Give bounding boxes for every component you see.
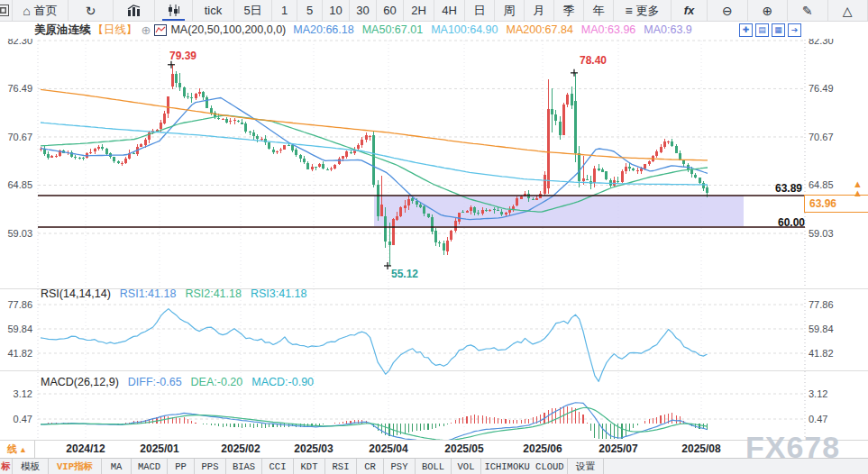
interval-week-button-label: 周 xyxy=(504,3,516,19)
candlestick-button[interactable] xyxy=(155,0,193,21)
y-axis-label: 59.84 xyxy=(0,324,32,335)
tab-设置[interactable]: 设置 xyxy=(568,459,604,474)
add-indicator-icon[interactable]: ⊕ xyxy=(142,23,151,37)
y-axis-label: 41.82 xyxy=(0,348,32,360)
y-axis-label: 76.49 xyxy=(0,83,32,95)
legend-value: RSI2:41.18 xyxy=(185,287,242,300)
up-triangle-icon: ▲ xyxy=(19,445,27,454)
symbol-name: 美原油连续 xyxy=(34,23,91,38)
interval-week-button[interactable]: 周 xyxy=(495,0,525,21)
shapes-button[interactable]: △ xyxy=(828,0,868,21)
toolbar: ⌂首页↻tick5日151030602H4H日周月季年≡更多fx⊖⊕✎△ xyxy=(0,0,868,22)
interval-month-button[interactable]: 月 xyxy=(525,0,554,21)
pencil-icon: ✎ xyxy=(802,5,813,17)
interval-day-button-label: 日 xyxy=(474,3,486,19)
ma-values: MA20:66.18MA50:67.01MA100:64.90MA200:67.… xyxy=(293,23,700,36)
legend-value: MA0:63.9 xyxy=(644,23,692,36)
interval-4h-button-label: 4H xyxy=(442,4,457,17)
tab-macd[interactable]: MACD xyxy=(132,459,168,474)
x-axis-label: 2025/04 xyxy=(369,442,407,455)
tab-模板[interactable]: 模板 xyxy=(13,459,49,474)
y-axis-label: 0.47 xyxy=(0,414,32,425)
x-axis-label: 2025/03 xyxy=(294,442,333,455)
interval-tick-button[interactable]: tick xyxy=(193,0,234,21)
legend-value: RSI3:41.18 xyxy=(251,287,307,300)
zoom-in-button[interactable]: ⊕ xyxy=(748,0,789,21)
tab-boll[interactable]: BOLL xyxy=(416,459,452,474)
legend-value: DEA:-0.20 xyxy=(191,376,243,388)
y-axis-label: 64.85 xyxy=(809,179,834,191)
legend-corner-icons: ✚▤▦➔ xyxy=(739,23,801,37)
y-axis-label: 70.67 xyxy=(0,132,32,143)
indicator-window-icon[interactable]: ▤ xyxy=(755,23,769,37)
interval-30min-button-label: 30 xyxy=(356,4,369,17)
y-axis-label: 77.86 xyxy=(0,299,32,311)
line-chart-button[interactable] xyxy=(114,0,155,21)
peak-price-annotation: 79.39 xyxy=(169,50,196,62)
legend-value: MA100:64.90 xyxy=(431,23,498,36)
more-button-label: 更多 xyxy=(636,3,660,19)
restore-window-icon xyxy=(0,5,9,16)
mini-chart-icon[interactable] xyxy=(154,24,167,35)
period-label: 【日线】 xyxy=(93,23,138,38)
zoom-in-icon: ⊕ xyxy=(762,5,772,17)
scroll-latest-icon[interactable]: ▲▲ xyxy=(853,179,863,197)
legend-value: DIFF:-0.65 xyxy=(128,376,182,388)
formula-button[interactable]: fx xyxy=(672,0,708,21)
crosshair-icon[interactable]: ✚ xyxy=(739,23,753,37)
interval-30min-button[interactable]: 30 xyxy=(350,0,377,21)
interval-1min-button-label: 1 xyxy=(281,4,288,17)
x-axis-label: 2025/05 xyxy=(444,442,483,455)
tab-vol[interactable]: VOL xyxy=(452,459,481,474)
chart-area[interactable]: 82.3082.3076.4976.4970.6770.6764.8564.85… xyxy=(0,0,868,474)
zoom-out-button[interactable]: ⊖ xyxy=(708,0,748,21)
home-button[interactable]: ⌂首页 xyxy=(13,0,69,21)
interval-5day-button[interactable]: 5日 xyxy=(234,0,272,21)
interval-5min-button-label: 5 xyxy=(306,4,313,17)
tab-kdt[interactable]: KDT xyxy=(294,459,325,474)
interval-1min-button[interactable]: 1 xyxy=(272,0,297,21)
jump-latest-icon[interactable]: ➔ xyxy=(788,23,801,37)
tab-ichimoku-cloud[interactable]: ICHIMOKU CLOUD xyxy=(481,459,568,474)
tab-vip指标[interactable]: VIP指标 xyxy=(49,459,102,474)
tab-bias[interactable]: BIAS xyxy=(226,459,262,474)
restore-window-button[interactable] xyxy=(0,0,13,21)
tab-psy[interactable]: PSY xyxy=(384,459,416,474)
interval-4h-button[interactable]: 4H xyxy=(434,0,465,21)
kline-label: 线 xyxy=(7,442,17,456)
y-axis-label: 59.84 xyxy=(809,324,834,335)
tab-rsi[interactable]: RSI xyxy=(325,459,357,474)
tab-cr[interactable]: CR xyxy=(357,459,384,474)
tab-pps[interactable]: PPS xyxy=(195,459,226,474)
more-button[interactable]: ≡更多 xyxy=(614,0,672,21)
interval-10min-button[interactable]: 10 xyxy=(323,0,350,21)
tab-标[interactable]: 标 xyxy=(0,459,13,474)
tab-cci[interactable]: CCI xyxy=(262,459,294,474)
trading-app: ⌂首页↻tick5日151030602H4H日周月季年≡更多fx⊖⊕✎△ 美原油… xyxy=(0,0,868,474)
x-axis-label: 2024/12 xyxy=(66,442,105,455)
interval-5min-button[interactable]: 5 xyxy=(297,0,323,21)
macd-legend: MACD(26,12,9)DIFF:-0.65DEA:-0.20MACD:-0.… xyxy=(41,376,332,388)
interval-quarter-button-label: 季 xyxy=(563,3,575,19)
zoom-out-icon: ⊖ xyxy=(722,5,733,17)
y-axis-label: 76.49 xyxy=(809,83,834,95)
legend-value: MACD:-0.90 xyxy=(251,376,314,388)
kline-toggle[interactable]: 线 ▲ xyxy=(0,441,35,458)
draw-button[interactable]: ✎ xyxy=(788,0,828,21)
interval-year-button[interactable]: 年 xyxy=(584,0,614,21)
y-axis-label: 70.67 xyxy=(809,132,834,143)
interval-quarter-button[interactable]: 季 xyxy=(554,0,584,21)
tab-ma[interactable]: MA xyxy=(102,459,132,474)
panel-layout-icon[interactable]: ▦ xyxy=(772,23,785,37)
tab-pp[interactable]: PP xyxy=(168,459,195,474)
triangle-icon: △ xyxy=(843,5,853,17)
interval-60min-button[interactable]: 60 xyxy=(377,0,404,21)
interval-2h-button[interactable]: 2H xyxy=(404,0,434,21)
interval-month-button-label: 月 xyxy=(534,3,545,19)
rsi-legend: RSI(14,14,14)RSI1:41.18RSI2:41.18RSI3:41… xyxy=(41,287,324,300)
y-axis-label: 0.47 xyxy=(809,414,827,425)
interval-5day-button-label: 5日 xyxy=(243,3,261,19)
x-axis-row: 线 ▲ 2024/122025/012025/022025/032025/042… xyxy=(0,440,868,459)
interval-day-button[interactable]: 日 xyxy=(465,0,495,21)
refresh-button[interactable]: ↻ xyxy=(69,0,114,21)
